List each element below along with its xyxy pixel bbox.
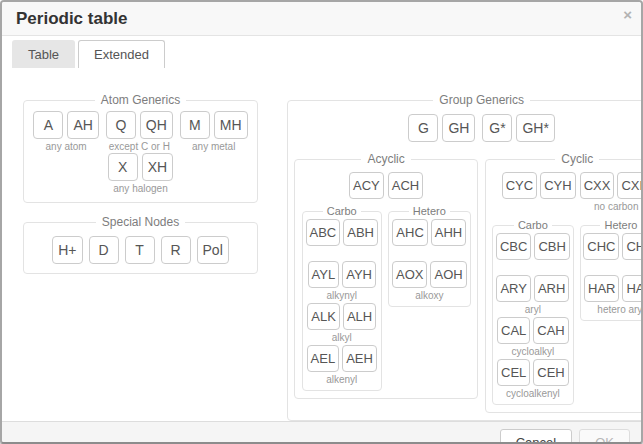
caption-any-metal: any metal xyxy=(192,140,235,153)
button-x[interactable]: X xyxy=(108,153,138,181)
button-ayh[interactable]: AYH xyxy=(342,261,376,288)
button-ary[interactable]: ARY xyxy=(496,275,531,302)
cyclic-section: Cyclic CYC CYH CXX xyxy=(485,152,643,413)
acyclic-carbo-legend: Carbo xyxy=(323,205,361,217)
button-cbh[interactable]: CBH xyxy=(534,233,569,260)
group-generics-section: Group Generics G GH G* GH* Acyclic xyxy=(287,93,643,421)
acyclic-carbo-section: Carbo ABC ABH xyxy=(302,205,382,391)
button-aoh[interactable]: AOH xyxy=(430,261,466,288)
acyclic-hetero-section: Hetero AHC AHH xyxy=(388,205,471,307)
button-a[interactable]: A xyxy=(33,111,63,139)
any-metal-group: M MH any metal xyxy=(180,111,248,153)
button-arh[interactable]: ARH xyxy=(534,275,569,302)
group-generics-legend: Group Generics xyxy=(433,93,530,107)
cyclic-row: CYC CYH CXX CXH no carbon xyxy=(492,172,643,213)
cyclic-hetero-section: Hetero CHC CHH xyxy=(580,219,643,321)
button-xh[interactable]: XH xyxy=(142,153,173,181)
ok-button[interactable]: OK xyxy=(579,429,630,444)
cancel-button[interactable]: Cancel xyxy=(500,429,572,444)
button-alh[interactable]: ALH xyxy=(343,303,376,330)
button-d[interactable]: D xyxy=(89,236,119,264)
button-gh[interactable]: GH xyxy=(442,114,475,142)
button-h-plus[interactable]: H+ xyxy=(52,236,82,264)
button-ael[interactable]: AEL xyxy=(307,345,340,372)
button-aeh[interactable]: AEH xyxy=(342,345,377,372)
button-abc[interactable]: ABC xyxy=(306,219,341,246)
button-cel[interactable]: CEL xyxy=(497,359,530,386)
acyclic-hetero-legend: Hetero xyxy=(409,205,450,217)
button-cah[interactable]: CAH xyxy=(533,317,568,344)
atom-generics-row-1: A AH any atom Q QH except C or H xyxy=(30,111,251,153)
acyclic-legend: Acyclic xyxy=(361,152,410,166)
button-t[interactable]: T xyxy=(125,236,155,264)
any-halogen-group: X XH any halogen xyxy=(108,153,173,195)
tab-extended[interactable]: Extended xyxy=(78,40,165,68)
button-m[interactable]: M xyxy=(180,111,210,139)
right-column: Group Generics G GH G* GH* Acyclic xyxy=(287,93,643,421)
button-qh[interactable]: QH xyxy=(140,111,173,139)
periodic-table-dialog: Periodic table × Table Extended Atom Gen… xyxy=(0,0,643,444)
special-nodes-section: Special Nodes H+ D T R Pol xyxy=(23,215,258,274)
button-g[interactable]: G xyxy=(408,114,438,142)
button-alk[interactable]: ALK xyxy=(307,303,340,330)
button-aox[interactable]: AOX xyxy=(392,261,427,288)
caption-cycloalkyl: cycloalkyl xyxy=(511,345,554,358)
cyclic-carbo-section: Carbo CBC CBH xyxy=(492,219,573,405)
button-chc[interactable]: CHC xyxy=(583,233,619,260)
except-c-h-group: Q QH except C or H xyxy=(106,111,173,153)
button-cyc[interactable]: CYC xyxy=(502,172,537,199)
tab-table[interactable]: Table xyxy=(12,40,75,68)
caption-any-atom: any atom xyxy=(46,140,87,153)
button-har[interactable]: HAR xyxy=(584,275,619,302)
button-ahc[interactable]: AHC xyxy=(392,219,427,246)
button-chh[interactable]: CHH xyxy=(622,233,643,260)
button-g-star[interactable]: G* xyxy=(482,114,512,142)
cyclic-hetero-legend: Hetero xyxy=(600,219,641,231)
caption-hetero-aryl: hetero aryl xyxy=(597,303,643,316)
button-pol[interactable]: Pol xyxy=(197,236,229,264)
button-ah[interactable]: AH xyxy=(67,111,98,139)
cyclic-legend: Cyclic xyxy=(555,152,599,166)
any-atom-group: A AH any atom xyxy=(33,111,98,153)
dialog-footer: Cancel OK xyxy=(2,421,641,444)
button-q[interactable]: Q xyxy=(106,111,136,139)
button-cxh[interactable]: CXH xyxy=(617,172,643,199)
special-nodes-legend: Special Nodes xyxy=(96,215,185,229)
button-mh[interactable]: MH xyxy=(214,111,248,139)
atom-generics-row-2: X XH any halogen xyxy=(30,153,251,195)
cyclic-carbo-legend: Carbo xyxy=(514,219,552,231)
dialog-header: Periodic table × xyxy=(2,2,641,36)
caption-alkynyl: alkynyl xyxy=(326,289,357,302)
caption-aryl: aryl xyxy=(525,303,541,316)
atom-generics-legend: Atom Generics xyxy=(95,93,186,107)
special-nodes-row: H+ D T R Pol xyxy=(30,233,251,266)
button-r[interactable]: R xyxy=(161,236,191,264)
button-cxx[interactable]: CXX xyxy=(580,172,615,199)
left-column: Atom Generics A AH any atom Q QH xyxy=(23,93,258,274)
button-ayl[interactable]: AYL xyxy=(308,261,340,288)
caption-no-carbon: no carbon xyxy=(594,200,638,213)
button-acy[interactable]: ACY xyxy=(349,172,384,199)
caption-any-halogen: any halogen xyxy=(113,182,168,195)
caption-alkyl: alkyl xyxy=(332,331,352,344)
button-cbc[interactable]: CBC xyxy=(496,233,531,260)
button-hah[interactable]: HAH xyxy=(622,275,643,302)
caption-alkenyl: alkenyl xyxy=(326,373,357,386)
button-cyh[interactable]: CYH xyxy=(540,172,575,199)
caption-alkoxy: alkoxy xyxy=(415,289,443,302)
caption-except-c-or-h: except C or H xyxy=(109,140,170,153)
dialog-title: Periodic table xyxy=(16,9,127,28)
caption-cycloalkenyl: cycloalkenyl xyxy=(506,387,560,400)
button-ceh[interactable]: CEH xyxy=(533,359,568,386)
close-icon[interactable]: × xyxy=(623,7,632,22)
button-cal[interactable]: CAL xyxy=(497,317,530,344)
button-abh[interactable]: ABH xyxy=(343,219,378,246)
acyclic-row: ACY ACH xyxy=(301,172,471,199)
button-ach[interactable]: ACH xyxy=(388,172,423,199)
group-generics-row: G GH G* GH* xyxy=(294,114,643,142)
dialog-body: Atom Generics A AH any atom Q QH xyxy=(2,68,641,421)
button-ahh[interactable]: AHH xyxy=(431,219,466,246)
tab-bar: Table Extended xyxy=(2,36,641,68)
button-gh-star[interactable]: GH* xyxy=(516,114,554,142)
acyclic-section: Acyclic ACY ACH Carbo xyxy=(294,152,478,399)
